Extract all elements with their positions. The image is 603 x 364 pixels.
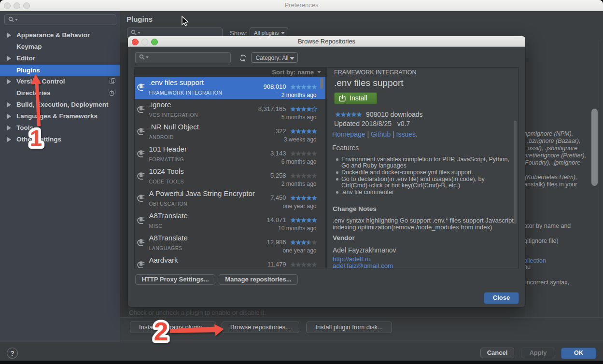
svg-text:1: 1 xyxy=(30,126,42,151)
svg-text:2: 2 xyxy=(154,317,168,346)
